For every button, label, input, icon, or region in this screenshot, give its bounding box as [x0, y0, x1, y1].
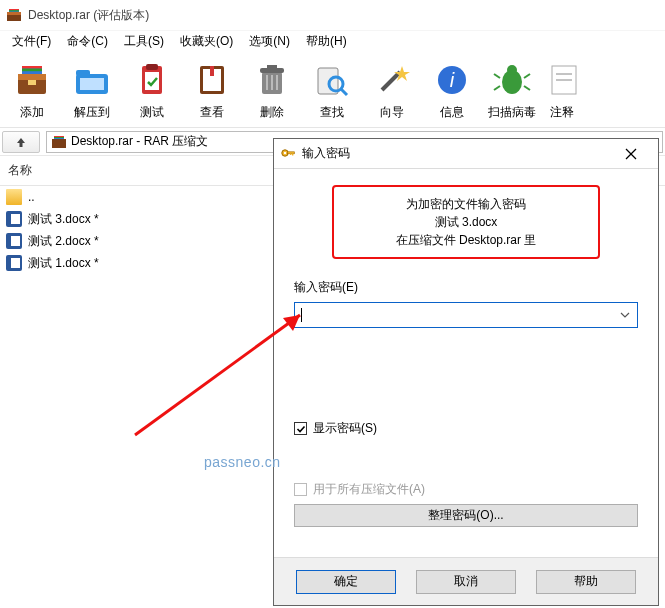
folder-open-icon	[70, 58, 114, 102]
file-name: ..	[28, 190, 35, 204]
svg-line-38	[524, 86, 530, 90]
wizard-button[interactable]: 向导	[362, 56, 422, 125]
test-label: 测试	[122, 104, 182, 121]
svg-rect-1	[7, 12, 21, 15]
svg-text:i: i	[450, 69, 455, 91]
scan-label: 扫描病毒	[482, 104, 542, 121]
svg-rect-4	[9, 10, 19, 11]
svg-rect-8	[22, 66, 42, 69]
svg-rect-42	[52, 139, 66, 148]
test-button[interactable]: 测试	[122, 56, 182, 125]
svg-line-35	[494, 74, 500, 78]
notice-line1: 为加密的文件输入密码	[334, 195, 598, 213]
comment-button[interactable]: 注释	[542, 56, 582, 125]
file-name: 测试 3.docx *	[28, 211, 99, 228]
winrar-app-icon	[6, 7, 22, 23]
watermark: passneo.cn	[204, 454, 281, 470]
close-button[interactable]	[610, 140, 652, 168]
text-cursor	[301, 308, 302, 322]
svg-rect-44	[54, 136, 64, 137]
toolbar: 添加 解压到 测试 查看 删除 查找 向导 i 信息 扫描病毒 注释	[0, 52, 665, 128]
svg-rect-24	[271, 75, 273, 90]
dialog-button-bar: 确定 取消 帮助	[274, 557, 658, 605]
svg-rect-19	[210, 66, 214, 76]
search-icon	[310, 58, 354, 102]
menu-favorites[interactable]: 收藏夹(O)	[172, 31, 241, 52]
password-input[interactable]	[294, 302, 638, 328]
docx-icon	[6, 233, 22, 249]
find-button[interactable]: 查找	[302, 56, 362, 125]
svg-rect-50	[290, 154, 291, 156]
svg-rect-10	[28, 80, 36, 85]
note-icon	[542, 58, 586, 102]
help-button[interactable]: 帮助	[536, 570, 636, 594]
comment-label: 注释	[542, 104, 582, 121]
window-title: Desktop.rar (评估版本)	[28, 7, 149, 24]
close-icon	[625, 148, 637, 160]
archive-icon	[10, 58, 54, 102]
notice-line3: 在压缩文件 Desktop.rar 里	[334, 231, 598, 249]
address-text: Desktop.rar - RAR 压缩文	[71, 133, 208, 150]
file-name: 测试 2.docx *	[28, 233, 99, 250]
svg-rect-16	[146, 64, 158, 70]
password-label: 输入密码(E)	[294, 279, 638, 296]
add-label: 添加	[2, 104, 62, 121]
trash-icon	[250, 58, 294, 102]
info-icon: i	[430, 58, 474, 102]
svg-rect-45	[54, 137, 64, 138]
folder-up-icon	[6, 189, 22, 205]
svg-point-47	[284, 152, 286, 154]
svg-line-28	[341, 89, 347, 95]
view-label: 查看	[182, 104, 242, 121]
wand-icon	[370, 58, 414, 102]
up-button[interactable]	[2, 131, 40, 153]
password-dropdown-button[interactable]	[617, 307, 633, 323]
ok-button[interactable]: 确定	[296, 570, 396, 594]
menu-options[interactable]: 选项(N)	[241, 31, 298, 52]
extract-button[interactable]: 解压到	[62, 56, 122, 125]
chevron-down-icon	[620, 312, 630, 318]
bug-icon	[490, 58, 534, 102]
svg-rect-22	[267, 65, 277, 69]
show-password-label: 显示密码(S)	[313, 420, 377, 437]
wizard-label: 向导	[362, 104, 422, 121]
password-dialog: 输入密码 为加密的文件输入密码 测试 3.docx 在压缩文件 Desktop.…	[273, 138, 659, 606]
dialog-title: 输入密码	[302, 145, 350, 162]
for-all-checkbox	[294, 483, 307, 496]
menu-help[interactable]: 帮助(H)	[298, 31, 355, 52]
for-all-row: 用于所有压缩文件(A)	[294, 481, 638, 498]
info-button[interactable]: i 信息	[422, 56, 482, 125]
book-icon	[190, 58, 234, 102]
file-name: 测试 1.docx *	[28, 255, 99, 272]
add-button[interactable]: 添加	[2, 56, 62, 125]
menu-tools[interactable]: 工具(S)	[116, 31, 172, 52]
svg-rect-6	[18, 74, 46, 80]
organize-passwords-button[interactable]: 整理密码(O)...	[294, 504, 638, 527]
archive-small-icon	[51, 134, 67, 150]
svg-point-34	[507, 65, 517, 75]
show-password-row[interactable]: 显示密码(S)	[294, 420, 638, 437]
docx-icon	[6, 211, 22, 227]
find-label: 查找	[302, 104, 362, 121]
notice-line2: 测试 3.docx	[334, 213, 598, 231]
docx-icon	[6, 255, 22, 271]
menu-commands[interactable]: 命令(C)	[59, 31, 116, 52]
menu-bar: 文件(F) 命令(C) 工具(S) 收藏夹(O) 选项(N) 帮助(H)	[0, 30, 665, 52]
svg-rect-13	[80, 78, 104, 90]
window-titlebar: Desktop.rar (评估版本)	[0, 0, 665, 30]
up-arrow-icon	[14, 135, 28, 149]
svg-rect-9	[22, 69, 42, 72]
svg-rect-15	[145, 72, 159, 90]
delete-button[interactable]: 删除	[242, 56, 302, 125]
show-password-checkbox[interactable]	[294, 422, 307, 435]
organize-row: 整理密码(O)...	[294, 504, 638, 527]
check-icon	[296, 424, 306, 434]
scan-button[interactable]: 扫描病毒	[482, 56, 542, 125]
key-icon	[280, 144, 296, 163]
view-button[interactable]: 查看	[182, 56, 242, 125]
menu-file[interactable]: 文件(F)	[4, 31, 59, 52]
dialog-titlebar: 输入密码	[274, 139, 658, 169]
svg-line-29	[382, 72, 400, 90]
svg-line-37	[494, 86, 500, 90]
cancel-button[interactable]: 取消	[416, 570, 516, 594]
